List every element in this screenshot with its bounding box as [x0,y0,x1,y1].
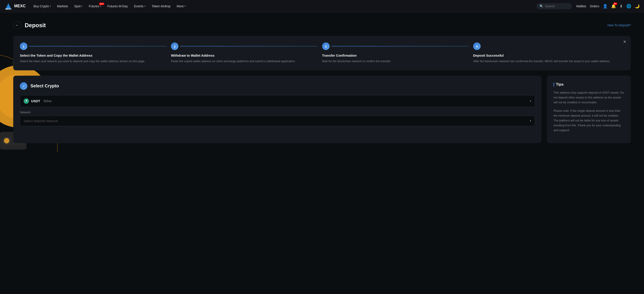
close-button[interactable]: ✕ [623,39,626,44]
step-3-title: Transfer Confirmation [322,54,469,57]
usdt-icon: ₮ [24,98,29,104]
back-button[interactable]: ← [13,21,21,29]
page-title: Deposit [25,22,46,29]
select-crypto-header: ✓ Select Crypto [20,82,535,90]
wallets-link[interactable]: Wallets [576,5,586,8]
svg-line-10 [0,54,6,57]
tips-title: Tips [556,82,564,87]
how-to-deposit-link[interactable]: How To Deposit? [607,24,631,27]
nav-item-futures[interactable]: Futures HOT ▾ [86,3,104,9]
step-3-circle: 3 [322,43,330,50]
network-dropdown-inner: Select Deposit Network [24,119,58,123]
logo-text: MEXC [14,4,26,9]
chevron-icon-events: ▾ [144,5,146,7]
tips-card: Tips This address only supports deposit … [547,76,631,143]
nav-label-more: More [176,5,184,8]
network-placeholder: Select Deposit Network [24,119,58,123]
user-icon[interactable]: 👤 [603,4,608,9]
tips-text-2: Please note: If the single deposit amoun… [554,108,624,133]
step-3-line [332,46,469,47]
step-2-line [180,46,318,47]
crypto-dropdown[interactable]: ₮ USDT Tether ▾ [20,95,535,107]
network-form-group: Network Select Deposit Network ▾ [20,111,535,126]
step-4-title: Deposit Successful [473,54,620,57]
step-4-circle: 4 [473,43,481,50]
step-2-desc: Paste the copied wallet address on other… [171,59,318,64]
search-input[interactable] [545,5,569,8]
step-1-circle: 1 [20,43,28,50]
chevron-icon-spot: ▾ [82,5,82,7]
step-1-desc: Select the token and network you want to… [20,59,166,64]
nav-item-token-airdrop[interactable]: Token Airdrop [149,3,173,9]
select-crypto-title: Select Crypto [30,83,59,88]
step-2-header: 2 [171,43,318,50]
svg-text:MEXC: MEXC [5,8,12,10]
nav-label-spot: Spot [74,5,80,8]
nav-label-buy-crypto: Buy Crypto [34,5,49,8]
step-1-line [29,46,166,47]
token-fullname: Tether [43,99,52,103]
network-dropdown[interactable]: Select Deposit Network ▾ [20,116,535,126]
step-3: 3 Transfer Confirmation Wait for the blo… [322,43,473,64]
steps-card: ✕ 1 Select the Token and Copy the Wallet… [13,36,631,70]
globe-icon[interactable]: 🌐 [626,4,631,9]
search-icon: 🔍 [540,5,543,8]
token-symbol: USDT [31,99,40,103]
nav-label-events: Events [134,5,144,8]
notification-count: 9+ [613,3,617,5]
nav-item-events[interactable]: Events ▾ [131,3,148,9]
nav-item-more[interactable]: More ▾ [174,3,188,9]
dropdown-arrow-network-icon: ▾ [530,119,531,122]
step-4-desc: After the blockchain network has confirm… [473,59,620,64]
chevron-icon-more: ▾ [184,5,186,7]
nav-item-markets[interactable]: Markets [54,3,71,9]
search-bar[interactable]: 🔍 [536,3,572,9]
nav-label-futures: Futures [89,5,99,8]
page-header: ← Deposit How To Deposit? [13,21,631,29]
chevron-icon: ▾ [50,5,51,7]
steps-row: 1 Select the Token and Copy the Wallet A… [20,43,624,64]
step-4-header: 4 [473,43,620,50]
step-2-title: Withdraw to Wallet Address [171,54,318,57]
tips-header: Tips [554,82,624,87]
step-1-header: 1 [20,43,166,50]
nav-item-futures-mday[interactable]: Futures M-Day [105,3,130,9]
notification-icon[interactable]: 🔔 9+ [611,4,616,9]
svg-point-25 [4,138,9,143]
step-1: 1 Select the Token and Copy the Wallet A… [20,43,171,64]
nav-item-buy-crypto[interactable]: Buy Crypto ▾ [31,3,54,9]
nav-label-markets: Markets [57,5,68,8]
logo-icon: MEXC [4,2,12,10]
nav-label-token-airdrop: Token Airdrop [152,5,171,8]
nav-actions: Wallets Orders 👤 🔔 9+ ⬇ 🌐 🌙 [576,4,640,9]
step-3-desc: Wait for the blockchain network to confi… [322,59,469,64]
tips-bar [554,82,554,86]
main-content: اینجاب ← Deposit How To Deposit? ✕ 1 Sel… [0,12,644,294]
step-3-header: 3 [322,43,469,50]
theme-toggle-icon[interactable]: 🌙 [635,4,640,9]
network-label: Network [20,111,535,114]
svg-line-21 [0,141,9,143]
svg-point-24 [3,137,10,145]
chevron-icon-futures: ▾ [100,5,101,7]
dropdown-arrow-icon: ▾ [530,100,531,103]
logo[interactable]: MEXC MEXC [4,2,26,10]
check-circle: ✓ [20,82,28,90]
lower-section: ✓ Select Crypto ₮ USDT Tether ▾ Network [13,76,631,143]
tips-text-1: This address only supports deposit of US… [554,90,624,105]
navbar: MEXC MEXC Buy Crypto ▾ Markets Spot ▾ Fu… [0,0,644,12]
step-4: 4 Deposit Successful After the blockchai… [473,43,624,64]
page-title-area: ← Deposit [13,21,46,29]
hot-badge: HOT [99,3,104,5]
step-2-circle: 2 [171,43,178,50]
crypto-dropdown-inner: ₮ USDT Tether [24,98,52,104]
step-1-title: Select the Token and Copy the Wallet Add… [20,54,166,57]
step-2: 2 Withdraw to Wallet Address Paste the c… [171,43,322,64]
orders-link[interactable]: Orders [590,5,599,8]
nav-item-spot[interactable]: Spot ▾ [72,3,85,9]
nav-label-futures-mday: Futures M-Day [107,5,128,8]
download-icon[interactable]: ⬇ [620,4,623,9]
select-crypto-card: ✓ Select Crypto ₮ USDT Tether ▾ Network [13,76,542,143]
crypto-form-group: ₮ USDT Tether ▾ [20,95,535,107]
svg-point-22 [8,140,10,141]
